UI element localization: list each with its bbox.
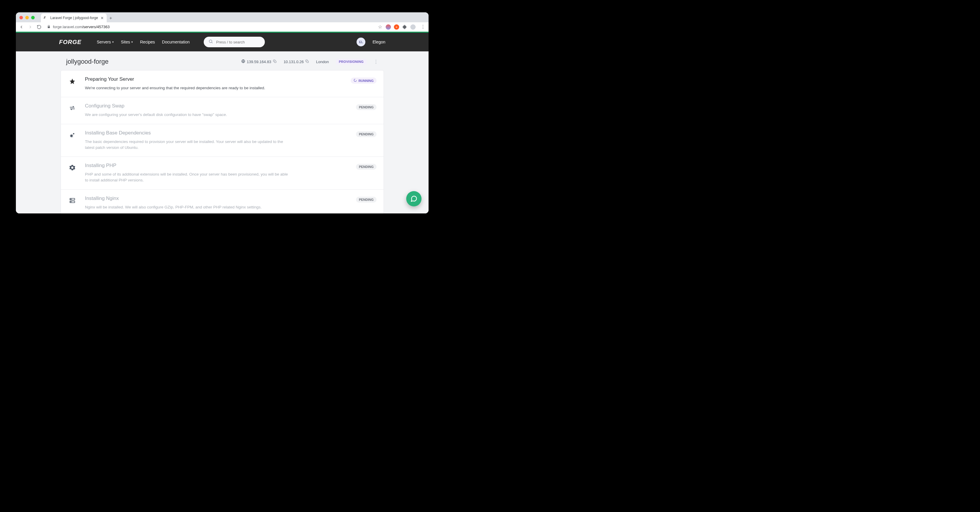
nav-docs[interactable]: Documentation [162,40,189,44]
step-title: Preparing Your Server [85,76,342,82]
nav-servers[interactable]: Servers▾ [97,40,114,44]
step-title: Installing Nginx [85,195,348,201]
extension-icons: + [386,24,416,30]
page-content: FORGE Servers▾ Sites▾ Recipes Documentat… [16,33,429,214]
window-minimize-button[interactable] [25,16,29,19]
status-badge-pending: PENDING [356,197,377,203]
gear-icon [68,165,77,171]
nav-recipes[interactable]: Recipes [140,40,155,44]
lock-icon [47,25,51,29]
close-tab-icon[interactable]: ✕ [100,16,104,20]
step-base-deps: Installing Base Dependencies The basic d… [61,124,383,157]
app-nav: FORGE Servers▾ Sites▾ Recipes Documentat… [16,33,429,51]
extension-icon[interactable] [386,24,391,30]
private-ip: 10.131.0.26 [284,60,309,64]
step-swap: Configuring Swap We are configuring your… [61,97,383,124]
server-menu-button[interactable]: ⋮ [374,59,378,65]
nav-links: Servers▾ Sites▾ Recipes Documentation [97,40,189,44]
step-title: Installing Base Dependencies [85,130,348,136]
gears-icon [68,132,77,138]
server-region: London [316,60,329,64]
favicon: F [44,16,48,20]
extension-icon[interactable]: + [394,24,399,30]
copy-icon[interactable] [273,60,277,64]
public-ip: 139.59.164.83 [241,59,277,64]
server-header: jollygood-forge 139.59.164.83 10.131.0.2… [59,51,385,70]
bookmark-star-icon[interactable]: ☆ [378,24,382,30]
caret-down-icon: ▾ [112,41,114,43]
browser-menu-button[interactable]: ⋮ [420,24,426,30]
nav-sites[interactable]: Sites▾ [121,40,133,44]
step-desc: PHP and some of its additional extension… [85,171,291,184]
provisioning-steps: Preparing Your Server We're connecting t… [60,70,384,214]
browser-tab[interactable]: F Laravel Forge | jollygood-forge ✕ [41,14,107,22]
svg-rect-2 [274,61,276,63]
profile-avatar[interactable] [410,24,416,30]
address-bar[interactable]: forge.laravel.com/servers/457363 [45,25,374,29]
url-path: /servers/457363 [82,25,110,29]
window-maximize-button[interactable] [31,16,35,19]
user-name[interactable]: Elegon [372,40,385,44]
search-box[interactable] [204,37,265,47]
step-desc: We are configuring your server's default… [85,112,348,118]
step-desc: Nginx will be installed. We will also co… [85,204,348,210]
globe-icon [241,59,245,64]
logo[interactable]: FORGE [59,39,81,46]
back-button[interactable] [19,24,24,30]
step-preparing: Preparing Your Server We're connecting t… [61,70,383,97]
tab-title: Laravel Forge | jollygood-forge [50,16,98,20]
step-php: Installing PHP PHP and some of its addit… [61,157,383,190]
step-title: Configuring Swap [85,103,348,109]
status-badge-pending: PENDING [356,131,377,137]
reload-button[interactable] [37,24,42,30]
server-icon [68,197,77,204]
spinner-icon [353,79,357,82]
svg-point-0 [209,40,212,43]
browser-window: F Laravel Forge | jollygood-forge ✕ + fo… [16,12,429,214]
swap-icon [68,105,77,111]
user-avatar[interactable]: EL [356,38,365,46]
copy-icon[interactable] [305,60,309,64]
new-tab-button[interactable]: + [107,14,115,22]
step-desc: We're connecting to your server and ensu… [85,85,342,91]
traffic-lights [19,16,35,19]
caret-down-icon: ▾ [131,41,133,43]
forward-button[interactable] [28,24,33,30]
browser-toolbar: forge.laravel.com/servers/457363 ☆ + ⋮ [16,22,429,32]
extensions-button[interactable] [402,24,407,30]
url-host: forge.laravel.com [53,25,82,29]
browser-tab-bar: F Laravel Forge | jollygood-forge ✕ + [16,12,429,22]
step-title: Installing PHP [85,163,348,168]
server-name: jollygood-forge [66,58,108,65]
search-input[interactable] [216,40,260,44]
search-icon [208,39,213,45]
help-button[interactable] [406,191,422,206]
status-badge-running: RUNNING [351,78,377,84]
svg-point-9 [71,201,72,202]
svg-point-5 [73,133,74,135]
svg-rect-3 [307,61,309,63]
step-nginx: Installing Nginx Nginx will be installed… [61,190,383,214]
status-badge-pending: PENDING [356,104,377,110]
svg-point-8 [71,199,72,199]
status-badge-pending: PENDING [356,164,377,170]
star-icon [68,78,77,84]
server-status-badge: PROVISIONING [336,59,366,65]
step-desc: The basic dependencies required to provi… [85,139,291,151]
window-close-button[interactable] [19,16,23,19]
